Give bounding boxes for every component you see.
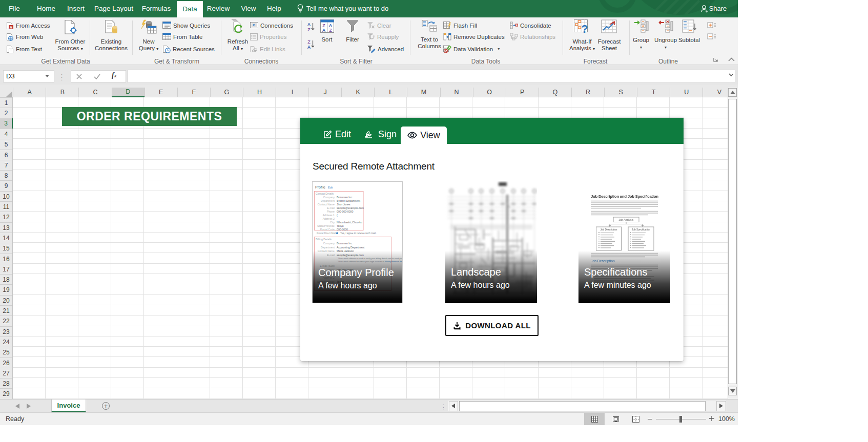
svg-text:A: A — [307, 45, 311, 49]
svg-text:A: A — [10, 25, 13, 29]
svg-text:?: ? — [581, 23, 588, 35]
svg-text:A: A — [307, 22, 311, 27]
svg-text:A: A — [322, 28, 325, 33]
svg-text:Z: Z — [329, 28, 332, 33]
svg-text:Z: Z — [307, 39, 311, 45]
svg-text:Z: Z — [307, 27, 311, 32]
